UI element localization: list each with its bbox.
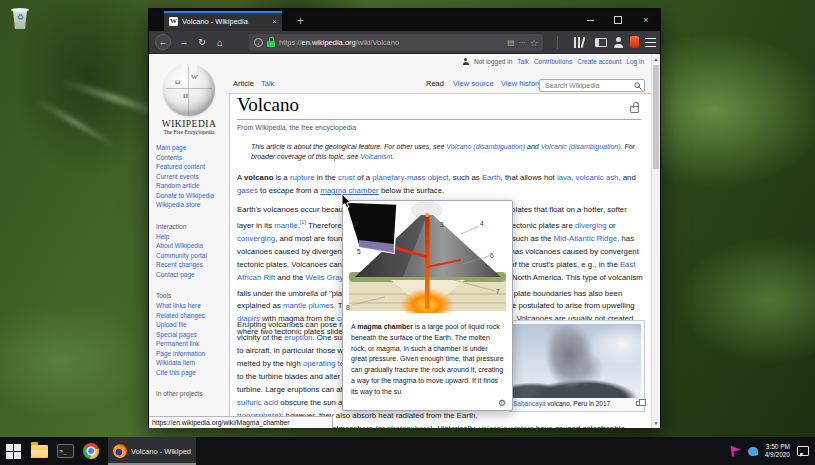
preview-text: A magma chamber is a large pool of liqui… xyxy=(351,322,504,400)
tray-icon-blue[interactable] xyxy=(747,446,758,456)
tab-view-source[interactable]: View source xyxy=(453,79,494,88)
wiki-link[interactable]: rupture xyxy=(290,173,315,182)
wikipedia-wordmark[interactable]: WIKIPEDIA xyxy=(149,119,229,129)
sidebar-item-cite-this-page[interactable]: Cite this page xyxy=(156,368,229,378)
wiki-link[interactable]: Sabancaya xyxy=(513,400,546,407)
tab-article[interactable]: Article xyxy=(233,79,254,88)
enlarge-icon[interactable] xyxy=(636,401,641,406)
wiki-link[interactable]: converging xyxy=(237,234,275,243)
https-lock-icon[interactable] xyxy=(267,41,275,47)
library-icon[interactable] xyxy=(573,37,586,48)
wikipedia-globe-logo[interactable]: Ω W И xyxy=(163,64,215,116)
browser-tab-active[interactable]: W Volcano - Wikipedia × xyxy=(164,11,282,31)
wiki-link[interactable]: sulfuric acid xyxy=(237,398,278,407)
account-icon[interactable] xyxy=(613,37,624,48)
sabancaya-volcano-image[interactable] xyxy=(513,324,641,398)
sidebar-item-help[interactable]: Help xyxy=(156,232,229,242)
url-bar[interactable]: i https://en.wikipedia.org/wiki/Volcano … xyxy=(249,34,543,51)
start-button[interactable] xyxy=(0,437,26,465)
sidebar-item-contact[interactable]: Contact page xyxy=(156,270,229,280)
svg-text:7: 7 xyxy=(496,288,500,295)
tab-read[interactable]: Read xyxy=(426,79,444,88)
sidebar-item-upload-file[interactable]: Upload file xyxy=(156,320,229,330)
wiki-link[interactable]: stratosphere xyxy=(387,424,430,428)
forward-button[interactable]: → xyxy=(176,37,192,47)
search-icon[interactable] xyxy=(634,82,642,90)
page-title: Volcano xyxy=(237,94,641,120)
wiki-link[interactable]: eruption xyxy=(284,333,312,342)
page-preview-popup[interactable]: 2 3 4 5 6 7 8 A magma chamber is a large… xyxy=(342,200,513,411)
sidebar-item-page-information[interactable]: Page information xyxy=(156,349,229,359)
sidebar-item-store[interactable]: Wikipedia store xyxy=(156,200,229,210)
article-thumbnail[interactable]: Sabancaya volcano, Peru in 2017 xyxy=(509,320,645,412)
tab-view-history[interactable]: View history xyxy=(501,79,541,88)
wiki-link[interactable]: diverging xyxy=(575,221,607,230)
scrollbar-thumb[interactable] xyxy=(653,65,659,169)
back-button[interactable]: ← xyxy=(155,34,171,50)
wiki-link[interactable]: mantle plumes xyxy=(283,301,334,310)
reload-button[interactable]: ↻ xyxy=(194,37,210,47)
home-button[interactable]: ⌂ xyxy=(212,37,228,48)
bookmark-star-icon[interactable]: ☆ xyxy=(530,38,538,48)
sidebar-item-about[interactable]: About Wikipedia xyxy=(156,241,229,251)
search-box[interactable] xyxy=(539,79,645,92)
sidebar-item-current-events[interactable]: Current events xyxy=(156,172,229,182)
sidebar-item-contents[interactable]: Contents xyxy=(156,153,229,163)
clock-date: 4/9/2020 xyxy=(765,451,790,459)
site-info-icon[interactable]: i xyxy=(254,38,263,47)
wiki-link[interactable]: Volcano (disambiguation) xyxy=(446,143,525,150)
reader-mode-icon[interactable]: ▤ xyxy=(507,38,514,47)
sidebar-toggle-icon[interactable] xyxy=(595,38,607,47)
windows-logo-icon xyxy=(6,444,21,459)
wiki-link[interactable]: crust xyxy=(338,173,355,182)
page-actions-icon[interactable]: ··· xyxy=(518,38,526,47)
extension-icon[interactable] xyxy=(630,36,639,48)
sidebar-item-community-portal[interactable]: Community portal xyxy=(156,251,229,261)
wiki-link[interactable]: mantle xyxy=(274,221,297,230)
minimize-button[interactable] xyxy=(576,9,604,31)
wiki-link[interactable]: planetary-mass object xyxy=(372,173,448,182)
wiki-link[interactable]: Volcanic (disambiguation) xyxy=(541,143,621,150)
taskbar-clock[interactable]: 3:50 PM 4/9/2020 xyxy=(765,443,790,459)
scroll-down-icon[interactable]: ▼ xyxy=(652,420,660,426)
chrome-button[interactable] xyxy=(78,437,104,465)
sidebar-item-random-article[interactable]: Random article xyxy=(156,181,229,191)
wiki-sidebar: Ω W И WIKIPEDIA The Free Encyclopedia Ma… xyxy=(149,62,229,399)
status-bar: https://en.wikipedia.org/wiki/Magma_cham… xyxy=(149,416,333,428)
recycle-bin-icon[interactable]: ♻ xyxy=(10,6,30,30)
sidebar-item-donate[interactable]: Donate to Wikipedia xyxy=(156,191,229,201)
wiki-link[interactable]: volcanic winters xyxy=(479,424,534,428)
close-button[interactable]: × xyxy=(632,9,660,31)
wiki-link[interactable]: Volcanism xyxy=(360,153,392,160)
tab-talk[interactable]: Talk xyxy=(261,79,274,88)
maximize-button[interactable] xyxy=(604,9,632,31)
tray-icon-pink[interactable] xyxy=(731,446,741,457)
wiki-link[interactable]: Earth xyxy=(482,173,501,182)
file-explorer-button[interactable] xyxy=(26,437,52,465)
wiki-link[interactable]: volcanic ash xyxy=(576,173,619,182)
scroll-up-icon[interactable]: ▲ xyxy=(652,56,660,62)
search-input[interactable] xyxy=(543,80,631,91)
firefox-task-button[interactable]: Volcano - Wikipedi... xyxy=(108,437,196,465)
preview-settings-gear-icon[interactable]: ⚙ xyxy=(498,398,506,408)
url-text[interactable]: https://en.wikipedia.org/wiki/Volcano xyxy=(279,38,503,47)
mouse-cursor xyxy=(341,194,353,210)
action-center-icon[interactable] xyxy=(797,446,809,456)
sidebar-item-special-pages[interactable]: Special pages xyxy=(156,330,229,340)
sidebar-item-related-changes[interactable]: Related changes xyxy=(156,311,229,321)
tab-close-icon[interactable]: × xyxy=(272,17,277,26)
wiki-link[interactable]: gases xyxy=(237,186,258,195)
wiki-link[interactable]: Mid-Atlantic Ridge xyxy=(554,234,617,243)
window-controls: × xyxy=(576,9,660,31)
sidebar-item-featured-content[interactable]: Featured content xyxy=(156,162,229,172)
terminal-button[interactable]: >_ xyxy=(52,437,78,465)
wiki-link[interactable]: lava xyxy=(557,173,571,182)
sidebar-item-wikidata-item[interactable]: Wikidata item xyxy=(156,358,229,368)
sidebar-item-main-page[interactable]: Main page xyxy=(156,143,229,153)
sidebar-item-permanent-link[interactable]: Permanent link xyxy=(156,339,229,349)
menu-icon[interactable] xyxy=(645,38,656,47)
page-scrollbar[interactable]: ▲ ▼ xyxy=(651,54,660,428)
sidebar-item-recent-changes[interactable]: Recent changes xyxy=(156,260,229,270)
new-tab-button[interactable]: + xyxy=(291,12,310,30)
sidebar-item-what-links-here[interactable]: What links here xyxy=(156,301,229,311)
